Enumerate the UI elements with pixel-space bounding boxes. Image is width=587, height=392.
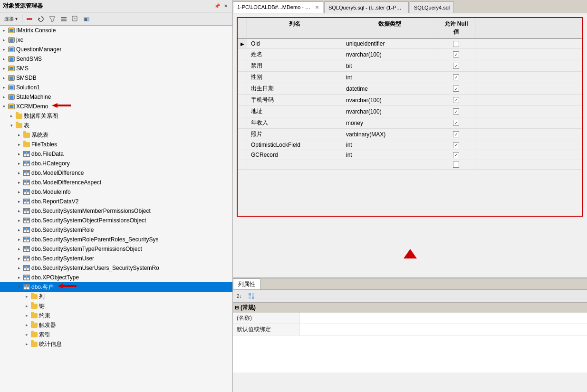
- tree-item-t-securitysystemuser[interactable]: ▸dbo.SecuritySystemUser: [0, 254, 232, 263]
- close-icon[interactable]: ✕: [222, 2, 230, 10]
- tree-item-smsdb[interactable]: ▸SMSDB: [0, 73, 232, 83]
- tree-expander-t-modeldifference[interactable]: ▸: [15, 169, 23, 177]
- tree-expander-solution1[interactable]: ▸: [0, 84, 8, 91]
- tree-item-t-filedata[interactable]: ▸dbo.FileData: [0, 149, 232, 159]
- nullable-checkbox-9[interactable]: [453, 142, 459, 148]
- tree-item-t-customer-constraints[interactable]: ▸约束: [0, 311, 232, 320]
- tree-item-t-customer-keys[interactable]: ▸键: [0, 301, 232, 311]
- tree-expander-xcrmdemo[interactable]: ▾: [0, 103, 8, 110]
- cell-nullable-11[interactable]: [437, 160, 475, 169]
- table-row[interactable]: 年收入money: [238, 117, 582, 129]
- cell-data-type-8[interactable]: varbinary(MAX): [342, 129, 437, 140]
- nullable-checkbox-4[interactable]: [453, 86, 459, 92]
- tree-expander-t-customer-constraints[interactable]: ▸: [23, 312, 30, 319]
- tree-item-statemachine[interactable]: ▸StateMachine: [0, 92, 232, 102]
- cell-data-type-6[interactable]: nvarchar(100): [342, 106, 437, 117]
- tab-tab3[interactable]: SQLQuery4.sql: [410, 1, 454, 13]
- cell-nullable-9[interactable]: [437, 140, 475, 150]
- nullable-checkbox-7[interactable]: [453, 120, 459, 126]
- tree-item-imatrix[interactable]: ▸IMatrix.Console: [0, 26, 232, 35]
- tree-expander-t-securitysystemmemberpermissions[interactable]: ▸: [15, 207, 23, 215]
- tree-expander-xcrmdemo-filetables[interactable]: ▸: [15, 141, 23, 148]
- filter-button[interactable]: [47, 14, 58, 24]
- nullable-checkbox-3[interactable]: [453, 74, 459, 80]
- cell-data-type-9[interactable]: int: [342, 140, 437, 150]
- tree-expander-t-customer-indexes[interactable]: ▸: [23, 331, 30, 338]
- tree-expander-t-securitysystemobjectpermissions[interactable]: ▸: [15, 217, 23, 224]
- tree-item-solution1[interactable]: ▸Solution1: [0, 83, 232, 92]
- properties-tab[interactable]: 列属性: [233, 278, 260, 289]
- cell-column-name-8[interactable]: 照片: [247, 129, 342, 140]
- tab-tab1[interactable]: 1-PC\LOCALDB#...MDemo - dbo.客户✕: [233, 1, 323, 13]
- cell-data-type-7[interactable]: money: [342, 117, 437, 128]
- cell-column-name-4[interactable]: 出生日期: [247, 83, 342, 94]
- tree-item-questionmanager[interactable]: ▸QuestionManager: [0, 45, 232, 54]
- tree-item-xcrmdemo-filetables[interactable]: ▸FileTables: [0, 140, 232, 149]
- tree-item-t-securitysystemtypepermissions[interactable]: ▸dbo.SecuritySystemTypePermissionsObject: [0, 244, 232, 254]
- cell-column-name-6[interactable]: 地址: [247, 106, 342, 117]
- tree-expander-t-securitysystemuser[interactable]: ▸: [15, 255, 23, 262]
- cell-data-type-4[interactable]: datetime: [342, 83, 437, 94]
- tree-expander-t-customer-stats[interactable]: ▸: [23, 340, 30, 348]
- cell-column-name-3[interactable]: 性别: [247, 72, 342, 83]
- tree-expander-t-customer-triggers[interactable]: ▸: [23, 321, 30, 329]
- table-row[interactable]: OptimisticLockFieldint: [238, 140, 582, 150]
- sort-az-button[interactable]: 2↓: [235, 291, 245, 301]
- tree-item-t-customer[interactable]: ▾dbo.客户: [0, 282, 232, 292]
- nullable-checkbox-0[interactable]: [453, 41, 459, 47]
- tree-item-t-customer-stats[interactable]: ▸统计信息: [0, 339, 232, 349]
- tree-expander-xcrmdemo-diagrams[interactable]: ▸: [8, 112, 15, 120]
- tree-expander-t-filedata[interactable]: ▸: [15, 150, 23, 158]
- tree-expander-t-securitysystemtypepermissions[interactable]: ▸: [15, 245, 23, 253]
- nullable-checkbox-1[interactable]: [453, 51, 459, 57]
- tree-expander-t-customer[interactable]: ▾: [15, 283, 23, 291]
- cell-nullable-0[interactable]: [437, 39, 475, 48]
- tree-item-jxc[interactable]: ▸jxc: [0, 35, 232, 45]
- pin-icon[interactable]: 📌: [213, 2, 221, 10]
- tree-expander-jxc[interactable]: ▸: [0, 36, 8, 44]
- tree-item-t-customer-cols[interactable]: ▸列: [0, 292, 232, 301]
- tree-expander-t-customer-keys[interactable]: ▸: [23, 302, 30, 310]
- refresh-button[interactable]: [36, 14, 46, 24]
- table-row[interactable]: 照片varbinary(MAX): [238, 129, 582, 140]
- nullable-checkbox-5[interactable]: [453, 97, 459, 103]
- tree-expander-sendsms[interactable]: ▸: [0, 55, 8, 63]
- cell-column-name-10[interactable]: GCRecord: [247, 150, 342, 160]
- tree-expander-questionmanager[interactable]: ▸: [0, 46, 8, 53]
- collapse-button[interactable]: [58, 14, 69, 24]
- tree-item-t-customer-indexes[interactable]: ▸索引: [0, 330, 232, 339]
- table-row[interactable]: 地址nvarchar(100): [238, 106, 582, 117]
- tree-item-xcrmdemo[interactable]: ▾XCRMDemo: [0, 102, 232, 111]
- cell-column-name-9[interactable]: OptimisticLockField: [247, 140, 342, 150]
- table-grid[interactable]: 列名 数据类型 允许 Null 值 ▶Oiduniqueidentifier姓名…: [238, 18, 582, 216]
- tree-item-t-moduleinfo[interactable]: ▸dbo.ModuleInfo: [0, 187, 232, 197]
- table-row[interactable]: 姓名nvarchar(100): [238, 49, 582, 60]
- tree-item-t-securitysystemrole[interactable]: ▸dbo.SecuritySystemRole: [0, 225, 232, 235]
- cell-data-type-0[interactable]: uniqueidentifier: [342, 39, 437, 48]
- cell-column-name-5[interactable]: 手机号码: [247, 95, 342, 105]
- tree-item-xcrmdemo-tables[interactable]: ▾表: [0, 121, 232, 130]
- tree-item-t-securitysystemuserusers[interactable]: ▸dbo.SecuritySystemUserUsers_SecuritySys…: [0, 263, 232, 273]
- categorized-button[interactable]: [246, 291, 257, 301]
- tree-expander-t-xpobjecttype[interactable]: ▸: [15, 274, 23, 281]
- tree-expander-xcrmdemo-systables[interactable]: ▸: [15, 131, 23, 139]
- cell-column-name-2[interactable]: 禁用: [247, 60, 342, 71]
- tree-item-t-customer-triggers[interactable]: ▸触发器: [0, 320, 232, 330]
- tree-item-sms[interactable]: ▸SMS: [0, 64, 232, 73]
- cell-nullable-10[interactable]: [437, 150, 475, 160]
- tree-expander-t-modeldifferenceaspect[interactable]: ▸: [15, 179, 23, 186]
- nullable-checkbox-8[interactable]: [453, 131, 459, 137]
- cell-data-type-2[interactable]: bit: [342, 60, 437, 71]
- tree-expander-xcrmdemo-tables[interactable]: ▾: [8, 122, 15, 129]
- connect-button[interactable]: 连接 ▾: [2, 14, 20, 24]
- cell-column-name-11[interactable]: [247, 160, 342, 169]
- table-row[interactable]: 性别int: [238, 72, 582, 83]
- cell-data-type-5[interactable]: nvarchar(100): [342, 95, 437, 105]
- tree-expander-t-securitysystemroleparentroles[interactable]: ▸: [15, 236, 23, 243]
- prop-name-value[interactable]: [299, 313, 587, 324]
- tree-expander-t-securitysystemrole[interactable]: ▸: [15, 226, 23, 234]
- table-row[interactable]: 禁用bit: [238, 60, 582, 72]
- tree-expander-sms[interactable]: ▸: [0, 65, 8, 72]
- prop-section-general[interactable]: ⊟ (常规): [233, 303, 587, 313]
- tree-expander-t-reportdatav2[interactable]: ▸: [15, 198, 23, 205]
